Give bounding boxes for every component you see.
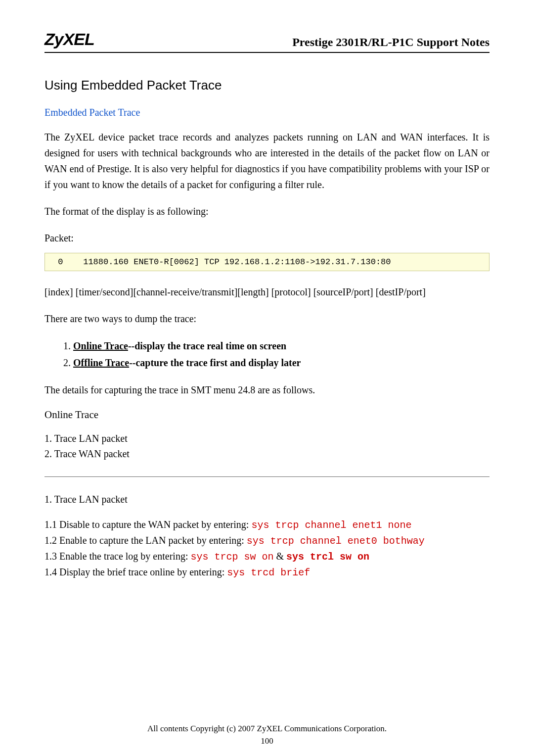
logo: ZyXEL — [44, 30, 94, 49]
page-number: 100 — [0, 736, 534, 746]
list-item: Online Trace--display the trace real tim… — [73, 337, 490, 354]
copyright-footer: All contents Copyright (c) 2007 ZyXEL Co… — [0, 724, 534, 734]
step-prefix: 1.4 Display the brief trace online by en… — [44, 567, 227, 577]
step-line: 1.4 Display the brief trace online by en… — [44, 565, 490, 580]
list-item-text: --capture the trace first and display la… — [129, 357, 301, 368]
document-title: Prestige 2301R/RL-P1C Support Notes — [292, 36, 490, 49]
section-heading: Using Embedded Packet Trace — [44, 78, 490, 93]
paragraph: The details for capturing the trace in S… — [44, 382, 490, 398]
trace-lan-heading: 1. Trace LAN packet — [44, 492, 490, 507]
paragraph: The ZyXEL device packet trace records an… — [44, 129, 490, 192]
step-line: 1.1 Disable to capture the WAN packet by… — [44, 517, 490, 533]
offline-trace-link[interactable]: Offline Trace — [73, 357, 129, 368]
schema-line: [index] [timer/second][channel-receive/t… — [44, 284, 490, 300]
list-item: Offline Trace--capture the trace first a… — [73, 354, 490, 371]
trace-options-list: Online Trace--display the trace real tim… — [73, 337, 490, 371]
subheading-link[interactable]: Embedded Packet Trace — [44, 107, 490, 118]
command-text: sys trcp channel enet1 none — [251, 520, 411, 531]
step-line: 1.3 Enable the trace log by entering: sy… — [44, 549, 490, 565]
packet-label: Packet: — [44, 230, 490, 246]
paragraph: There are two ways to dump the trace: — [44, 311, 490, 327]
command-text-bold: sys trcl sw on — [286, 551, 369, 563]
command-text: sys trcp sw on — [190, 551, 273, 563]
command-text: sys trcd brief — [227, 567, 310, 578]
step-line: 1.2 Enable to capture the LAN packet by … — [44, 533, 490, 549]
divider — [44, 476, 490, 477]
online-trace-link[interactable]: Online Trace — [73, 340, 128, 351]
step-prefix: 1.3 Enable the trace log by entering: — [44, 551, 190, 562]
step-prefix: 1.2 Enable to capture the LAN packet by … — [44, 535, 247, 546]
code-sample: 0 11880.160 ENET0-R[0062] TCP 192.168.1.… — [44, 253, 490, 271]
page-header: ZyXEL Prestige 2301R/RL-P1C Support Note… — [44, 30, 490, 53]
trace-lan-line: 1. Trace LAN packet — [44, 431, 490, 446]
paragraph: The format of the display is as followin… — [44, 203, 490, 219]
step-prefix: 1.1 Disable to capture the WAN packet by… — [44, 519, 251, 530]
online-trace-heading: Online Trace — [44, 409, 490, 421]
list-item-text: --display the trace real time on screen — [128, 340, 286, 351]
trace-wan-line: 2. Trace WAN packet — [44, 446, 490, 462]
command-text: sys trcp channel enet0 bothway — [247, 535, 425, 547]
ampersand: & — [273, 551, 286, 562]
